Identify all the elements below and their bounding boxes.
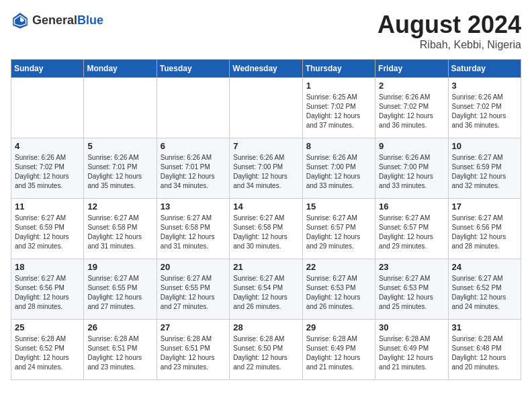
- day-detail: Sunrise: 6:28 AM Sunset: 6:49 PM Dayligh…: [379, 334, 444, 372]
- day-detail: Sunrise: 6:28 AM Sunset: 6:49 PM Dayligh…: [306, 334, 371, 372]
- header-monday: Monday: [84, 60, 157, 78]
- day-number: 10: [452, 141, 517, 151]
- day-detail: Sunrise: 6:26 AM Sunset: 7:00 PM Dayligh…: [233, 153, 298, 191]
- day-detail: Sunrise: 6:27 AM Sunset: 6:59 PM Dayligh…: [15, 214, 80, 251]
- day-number: 7: [233, 141, 298, 151]
- day-number: 23: [379, 262, 444, 272]
- day-detail: Sunrise: 6:28 AM Sunset: 6:51 PM Dayligh…: [161, 334, 226, 372]
- day-number: 4: [15, 141, 80, 151]
- calendar-cell: 1Sunrise: 6:25 AM Sunset: 7:02 PM Daylig…: [302, 78, 375, 138]
- day-number: 24: [452, 262, 517, 272]
- calendar-cell: 5Sunrise: 6:26 AM Sunset: 7:01 PM Daylig…: [84, 138, 157, 199]
- day-detail: Sunrise: 6:28 AM Sunset: 6:48 PM Dayligh…: [452, 334, 517, 372]
- calendar-cell: 15Sunrise: 6:27 AM Sunset: 6:57 PM Dayli…: [302, 199, 375, 259]
- calendar-header: SundayMondayTuesdayWednesdayThursdayFrid…: [11, 60, 521, 78]
- day-number: 19: [87, 262, 152, 272]
- day-number: 21: [233, 262, 298, 272]
- day-detail: Sunrise: 6:27 AM Sunset: 6:54 PM Dayligh…: [233, 274, 298, 312]
- day-detail: Sunrise: 6:26 AM Sunset: 7:02 PM Dayligh…: [15, 153, 80, 191]
- day-number: 2: [379, 81, 444, 91]
- day-number: 8: [306, 141, 371, 151]
- calendar-cell: 14Sunrise: 6:27 AM Sunset: 6:58 PM Dayli…: [230, 199, 302, 259]
- calendar-cell: 21Sunrise: 6:27 AM Sunset: 6:54 PM Dayli…: [230, 259, 302, 320]
- day-number: 3: [452, 81, 517, 91]
- day-number: 14: [233, 201, 298, 212]
- day-number: 11: [15, 201, 80, 212]
- calendar-cell: 27Sunrise: 6:28 AM Sunset: 6:51 PM Dayli…: [157, 320, 229, 380]
- calendar-cell: 16Sunrise: 6:27 AM Sunset: 6:57 PM Dayli…: [375, 199, 448, 259]
- day-number: 18: [15, 262, 80, 272]
- day-detail: Sunrise: 6:27 AM Sunset: 6:58 PM Dayligh…: [161, 214, 226, 251]
- calendar-cell: 17Sunrise: 6:27 AM Sunset: 6:56 PM Dayli…: [448, 199, 521, 259]
- calendar-cell: 29Sunrise: 6:28 AM Sunset: 6:49 PM Dayli…: [302, 320, 375, 380]
- day-detail: Sunrise: 6:28 AM Sunset: 6:52 PM Dayligh…: [15, 334, 80, 372]
- calendar-cell: 25Sunrise: 6:28 AM Sunset: 6:52 PM Dayli…: [11, 320, 84, 380]
- day-detail: Sunrise: 6:27 AM Sunset: 6:53 PM Dayligh…: [379, 274, 444, 312]
- header-wednesday: Wednesday: [230, 60, 302, 78]
- calendar-cell: 30Sunrise: 6:28 AM Sunset: 6:49 PM Dayli…: [375, 320, 448, 380]
- calendar-cell: 3Sunrise: 6:26 AM Sunset: 7:02 PM Daylig…: [448, 78, 521, 138]
- day-detail: Sunrise: 6:27 AM Sunset: 6:59 PM Dayligh…: [452, 153, 517, 191]
- calendar-cell: 10Sunrise: 6:27 AM Sunset: 6:59 PM Dayli…: [448, 138, 521, 199]
- day-number: 31: [452, 322, 517, 332]
- day-detail: Sunrise: 6:26 AM Sunset: 7:01 PM Dayligh…: [87, 153, 152, 191]
- day-detail: Sunrise: 6:25 AM Sunset: 7:02 PM Dayligh…: [306, 93, 371, 130]
- calendar-cell: 23Sunrise: 6:27 AM Sunset: 6:53 PM Dayli…: [375, 259, 448, 320]
- day-number: 16: [379, 201, 444, 212]
- calendar-cell: 9Sunrise: 6:26 AM Sunset: 7:00 PM Daylig…: [375, 138, 448, 199]
- calendar-table: SundayMondayTuesdayWednesdayThursdayFrid…: [11, 59, 521, 380]
- day-detail: Sunrise: 6:28 AM Sunset: 6:50 PM Dayligh…: [233, 334, 298, 372]
- day-detail: Sunrise: 6:27 AM Sunset: 6:58 PM Dayligh…: [87, 214, 152, 251]
- page-header: GeneralBlue August 2024 Ribah, Kebbi, Ni…: [11, 11, 521, 51]
- day-number: 13: [161, 201, 226, 212]
- day-detail: Sunrise: 6:26 AM Sunset: 7:02 PM Dayligh…: [379, 93, 444, 130]
- day-detail: Sunrise: 6:27 AM Sunset: 6:55 PM Dayligh…: [87, 274, 152, 312]
- day-detail: Sunrise: 6:27 AM Sunset: 6:56 PM Dayligh…: [15, 274, 80, 312]
- calendar-cell: 19Sunrise: 6:27 AM Sunset: 6:55 PM Dayli…: [84, 259, 157, 320]
- calendar-cell: 11Sunrise: 6:27 AM Sunset: 6:59 PM Dayli…: [11, 199, 84, 259]
- day-detail: Sunrise: 6:28 AM Sunset: 6:51 PM Dayligh…: [87, 334, 152, 372]
- day-detail: Sunrise: 6:26 AM Sunset: 7:00 PM Dayligh…: [379, 153, 444, 191]
- day-detail: Sunrise: 6:27 AM Sunset: 6:55 PM Dayligh…: [161, 274, 226, 312]
- logo: GeneralBlue: [11, 11, 103, 30]
- logo-general: General: [32, 13, 77, 27]
- day-number: 27: [161, 322, 226, 332]
- day-number: 17: [452, 201, 517, 212]
- day-detail: Sunrise: 6:27 AM Sunset: 6:57 PM Dayligh…: [306, 214, 371, 251]
- day-number: 12: [87, 201, 152, 212]
- header-tuesday: Tuesday: [157, 60, 229, 78]
- calendar-cell: 26Sunrise: 6:28 AM Sunset: 6:51 PM Dayli…: [84, 320, 157, 380]
- header-thursday: Thursday: [302, 60, 375, 78]
- calendar-cell: 31Sunrise: 6:28 AM Sunset: 6:48 PM Dayli…: [448, 320, 521, 380]
- day-detail: Sunrise: 6:27 AM Sunset: 6:58 PM Dayligh…: [233, 214, 298, 251]
- day-number: 25: [15, 322, 80, 332]
- calendar-cell: 2Sunrise: 6:26 AM Sunset: 7:02 PM Daylig…: [375, 78, 448, 138]
- day-number: 9: [379, 141, 444, 151]
- calendar-cell: 20Sunrise: 6:27 AM Sunset: 6:55 PM Dayli…: [157, 259, 229, 320]
- calendar-cell: 6Sunrise: 6:26 AM Sunset: 7:01 PM Daylig…: [157, 138, 229, 199]
- logo-blue: Blue: [77, 13, 103, 27]
- day-number: 28: [233, 322, 298, 332]
- calendar-cell: [84, 78, 157, 138]
- calendar-cell: 8Sunrise: 6:26 AM Sunset: 7:00 PM Daylig…: [302, 138, 375, 199]
- day-detail: Sunrise: 6:26 AM Sunset: 7:00 PM Dayligh…: [306, 153, 371, 191]
- day-detail: Sunrise: 6:27 AM Sunset: 6:56 PM Dayligh…: [452, 214, 517, 251]
- calendar-cell: 13Sunrise: 6:27 AM Sunset: 6:58 PM Dayli…: [157, 199, 229, 259]
- calendar-cell: 18Sunrise: 6:27 AM Sunset: 6:56 PM Dayli…: [11, 259, 84, 320]
- day-number: 15: [306, 201, 371, 212]
- header-friday: Friday: [375, 60, 448, 78]
- day-detail: Sunrise: 6:27 AM Sunset: 6:53 PM Dayligh…: [306, 274, 371, 312]
- day-number: 6: [161, 141, 226, 151]
- header-saturday: Saturday: [448, 60, 521, 78]
- calendar-cell: 7Sunrise: 6:26 AM Sunset: 7:00 PM Daylig…: [230, 138, 302, 199]
- day-detail: Sunrise: 6:27 AM Sunset: 6:52 PM Dayligh…: [452, 274, 517, 312]
- header-sunday: Sunday: [11, 60, 84, 78]
- logo-icon: [11, 11, 30, 30]
- calendar-cell: [230, 78, 302, 138]
- calendar-cell: 4Sunrise: 6:26 AM Sunset: 7:02 PM Daylig…: [11, 138, 84, 199]
- title-block: August 2024 Ribah, Kebbi, Nigeria: [378, 11, 521, 51]
- day-detail: Sunrise: 6:27 AM Sunset: 6:57 PM Dayligh…: [379, 214, 444, 251]
- calendar-title: August 2024: [378, 11, 521, 39]
- day-detail: Sunrise: 6:26 AM Sunset: 7:02 PM Dayligh…: [452, 93, 517, 130]
- day-number: 5: [87, 141, 152, 151]
